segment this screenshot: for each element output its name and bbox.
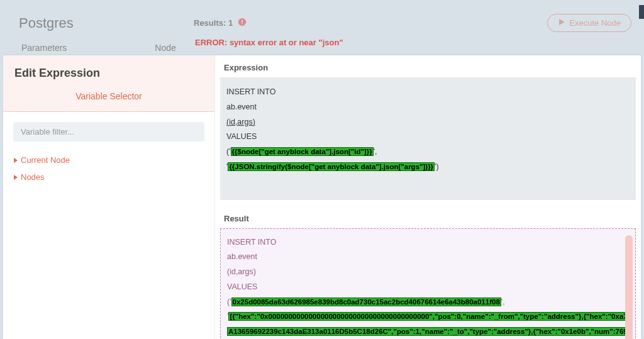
result-line: '[{"hex":"0x0000000000000000000000000000… bbox=[227, 309, 629, 339]
chevron-right-icon bbox=[13, 155, 18, 165]
expr-pre: (' bbox=[226, 147, 231, 156]
modal-title: Edit Expression bbox=[14, 67, 203, 80]
variable-filter-input[interactable] bbox=[13, 122, 204, 142]
expression-editor[interactable]: INSERT INTO ab.event (id,args) VALUES ('… bbox=[220, 77, 636, 200]
node-right-header: Results: 1 Execute Node bbox=[194, 14, 631, 32]
results-label: Results: 1 bbox=[194, 18, 247, 28]
svg-marker-5 bbox=[14, 175, 18, 180]
result-line: INSERT INTO bbox=[227, 235, 629, 250]
scrollbar[interactable] bbox=[625, 235, 633, 340]
result-box: INSERT INTO ab.event (id,args) VALUES ('… bbox=[220, 228, 636, 340]
expr-idargs: (id,args) bbox=[226, 118, 255, 126]
svg-marker-3 bbox=[559, 19, 565, 25]
result-pre: (' bbox=[227, 297, 231, 306]
result-line: (id,args) bbox=[227, 265, 629, 280]
expr-line: INSERT INTO bbox=[226, 85, 630, 100]
result-highlight: 0x25d0085da63d626985e839bd8c0ad730c15ac2… bbox=[231, 297, 501, 306]
results-count: Results: 1 bbox=[194, 18, 233, 28]
expr-line: VALUES bbox=[226, 130, 630, 145]
left-panel: Edit Expression Variable Selector Curren… bbox=[3, 55, 215, 339]
tab-parameters[interactable]: Parameters bbox=[21, 43, 67, 53]
expr-line: (id,args) bbox=[226, 115, 630, 130]
expr-post: ') bbox=[435, 162, 439, 171]
svg-marker-4 bbox=[14, 158, 18, 163]
expr-line: ('{{$node["get anyblock data"].json["id"… bbox=[226, 145, 630, 160]
play-icon bbox=[558, 18, 565, 28]
warning-icon bbox=[238, 18, 247, 28]
right-panel: Expression INSERT INTO ab.event (id,args… bbox=[215, 55, 641, 339]
svg-rect-2 bbox=[242, 23, 243, 25]
result-highlight: [{"hex":"0x00000000000000000000000000000… bbox=[227, 312, 629, 339]
edit-expression-modal: Edit Expression Variable Selector Curren… bbox=[3, 55, 641, 339]
expr-post: ', bbox=[374, 147, 377, 156]
left-body: Current Node Nodes bbox=[3, 112, 214, 196]
result-line: ('0x25d0085da63d626985e839bd8c0ad730c15a… bbox=[227, 295, 629, 310]
result-post: ', bbox=[501, 297, 505, 306]
svg-rect-1 bbox=[242, 20, 243, 23]
expr-highlight: {{JSON.stringify($node["get anyblock dat… bbox=[228, 162, 435, 171]
result-line: ab.event bbox=[227, 250, 629, 265]
tree-label-nodes: Nodes bbox=[21, 172, 45, 182]
expr-line: '{{JSON.stringify($node["get anyblock da… bbox=[226, 160, 630, 175]
tree-item-current-node[interactable]: Current Node bbox=[13, 152, 204, 169]
tree-item-nodes[interactable]: Nodes bbox=[13, 169, 204, 186]
tree-label-current: Current Node bbox=[21, 155, 70, 165]
error-message: ERROR: syntax error at or near "json" bbox=[195, 38, 343, 47]
execute-label: Execute Node bbox=[569, 18, 621, 28]
chevron-right-icon bbox=[13, 172, 18, 182]
result-line: VALUES bbox=[227, 280, 629, 295]
execute-node-button[interactable]: Execute Node bbox=[547, 14, 631, 32]
expression-label: Expression bbox=[215, 55, 641, 77]
result-label: Result bbox=[215, 200, 641, 228]
right-edge-strip bbox=[639, 5, 644, 19]
expr-highlight: {{$node["get anyblock data"].json["id"]}… bbox=[231, 147, 374, 156]
left-header: Edit Expression Variable Selector bbox=[3, 55, 214, 112]
tab-node[interactable]: Node bbox=[155, 43, 175, 53]
variable-selector-label: Variable Selector bbox=[14, 91, 203, 105]
expr-line: ab.event bbox=[226, 100, 630, 115]
